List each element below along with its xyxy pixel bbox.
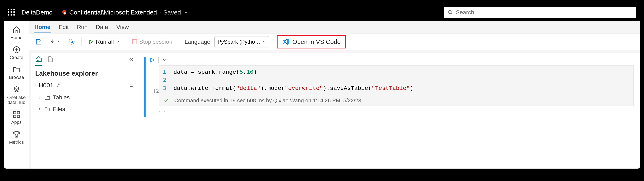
- separator: [82, 37, 82, 46]
- folder-icon: [44, 94, 50, 101]
- onelake-icon: [12, 86, 21, 94]
- settings-button[interactable]: [66, 37, 77, 47]
- code-cell[interactable]: [2] 1 2 3 data = spark.range(5,10) data.…: [144, 57, 634, 117]
- open-in-vscode-button[interactable]: Open in VS Code: [277, 35, 346, 49]
- tree-item-tables[interactable]: Tables: [37, 92, 138, 103]
- sensitivity-label[interactable]: Confidential\Microsoft Extended: [69, 9, 157, 16]
- explorer-title: Lakehouse explorer: [32, 64, 138, 80]
- chevron-right-icon: [37, 107, 42, 111]
- active-underline: [35, 65, 42, 66]
- chevron-down-icon: [58, 40, 61, 44]
- collapse-panel-icon[interactable]: [128, 56, 134, 63]
- chevron-down-icon: [116, 40, 120, 44]
- lakehouse-explorer-panel: Lakehouse explorer LH001 Tables: [32, 53, 138, 168]
- save-edit-icon: [35, 38, 42, 45]
- code-line: data = spark.range(5,10): [174, 68, 629, 76]
- run-all-button[interactable]: Run all: [86, 37, 122, 46]
- shield-icon: [62, 10, 67, 15]
- lakehouse-icon[interactable]: [35, 56, 42, 63]
- stop-session-button: Stop session: [130, 37, 174, 46]
- separator: [126, 37, 126, 46]
- stop-icon: [132, 39, 137, 44]
- search-icon: [448, 10, 453, 15]
- rail-label: Metrics: [9, 140, 24, 145]
- rail-apps[interactable]: Apps: [4, 108, 29, 126]
- svg-rect-4: [14, 111, 16, 114]
- tab-data[interactable]: Data: [95, 21, 108, 33]
- save-button[interactable]: [33, 37, 44, 47]
- svg-rect-7: [17, 115, 20, 118]
- sync-icon[interactable]: [128, 82, 134, 88]
- ribbon-tabs: Home Edit Run Data View: [29, 21, 640, 34]
- trophy-icon: [12, 130, 21, 138]
- tab-edit[interactable]: Edit: [58, 21, 69, 33]
- rail-label: Apps: [11, 120, 22, 125]
- rail-metrics[interactable]: Metrics: [4, 128, 29, 146]
- chevron-right-icon: [37, 95, 42, 100]
- svg-rect-1: [65, 13, 66, 14]
- rail-label: Browse: [9, 75, 24, 80]
- home-icon: [12, 26, 21, 34]
- play-icon: [88, 39, 94, 45]
- separator: [179, 37, 179, 46]
- search-input[interactable]: [456, 9, 632, 16]
- app-launcher-icon[interactable]: [8, 9, 15, 16]
- tree-item-files[interactable]: Files: [37, 103, 138, 115]
- code-line: data.write.format("delta").mode("overwri…: [174, 84, 629, 92]
- status-text: - Command executed in 19 sec 608 ms by Q…: [171, 97, 361, 104]
- language-label: Language: [185, 39, 210, 45]
- rail-label: Create: [10, 55, 23, 60]
- run-all-label: Run all: [96, 39, 114, 45]
- cell-status: - Command executed in 19 sec 608 ms by Q…: [159, 95, 634, 106]
- rail-browse[interactable]: Browse: [4, 63, 29, 82]
- tree-label: Files: [53, 106, 65, 112]
- vscode-icon: [282, 38, 290, 46]
- separator: [59, 8, 59, 17]
- gear-icon: [68, 38, 75, 45]
- chevron-down-icon: [262, 40, 266, 44]
- chevron-down-icon[interactable]: [184, 10, 188, 15]
- tab-view[interactable]: View: [116, 21, 129, 33]
- folder-open-icon: [12, 65, 21, 74]
- svg-rect-6: [14, 115, 16, 118]
- code-editor[interactable]: 1 2 3 data = spark.range(5,10) data.writ…: [159, 65, 634, 95]
- rail-onelake[interactable]: OneLake data hub: [4, 83, 29, 107]
- separator-dot: ·: [160, 9, 161, 16]
- download-button[interactable]: [48, 38, 63, 46]
- plus-circle-icon: [12, 46, 21, 54]
- download-icon: [50, 39, 56, 45]
- rail-create[interactable]: Create: [4, 44, 29, 62]
- language-select[interactable]: PySpark (Pytho…: [214, 36, 269, 47]
- apps-icon: [12, 110, 21, 119]
- svg-rect-5: [17, 111, 20, 114]
- code-line: [174, 76, 629, 84]
- language-value: PySpark (Pytho…: [218, 39, 260, 45]
- rail-label: Home: [10, 35, 22, 40]
- left-rail: Home Create Browse OneLake data hub Apps…: [4, 21, 29, 168]
- svg-point-2: [448, 10, 451, 14]
- file-icon[interactable]: [47, 56, 53, 63]
- run-cell-icon[interactable]: [149, 57, 155, 63]
- tree-label: Tables: [53, 94, 70, 101]
- svg-point-8: [71, 41, 73, 43]
- app-name: DeltaDemo: [22, 9, 52, 16]
- toolbar: Run all Stop session Language PySpark (P…: [29, 34, 640, 50]
- open-vscode-label: Open in VS Code: [292, 38, 340, 45]
- chevron-down-icon[interactable]: [162, 57, 167, 63]
- pin-icon[interactable]: [56, 83, 61, 88]
- folder-icon: [44, 106, 50, 112]
- rail-label: OneLake data hub: [7, 95, 26, 105]
- tab-run[interactable]: Run: [76, 21, 88, 33]
- notebook-area: [2] 1 2 3 data = spark.range(5,10) data.…: [138, 53, 640, 168]
- stop-session-label: Stop session: [139, 39, 172, 45]
- lakehouse-name[interactable]: LH001: [35, 82, 61, 89]
- search-box[interactable]: [444, 7, 636, 18]
- cell-more-icon[interactable]: ···: [159, 106, 634, 117]
- tab-home[interactable]: Home: [34, 21, 51, 33]
- line-gutter: 1 2 3: [163, 68, 166, 93]
- rail-home[interactable]: Home: [4, 24, 29, 42]
- save-status: Saved: [164, 9, 181, 16]
- check-icon: [163, 98, 168, 103]
